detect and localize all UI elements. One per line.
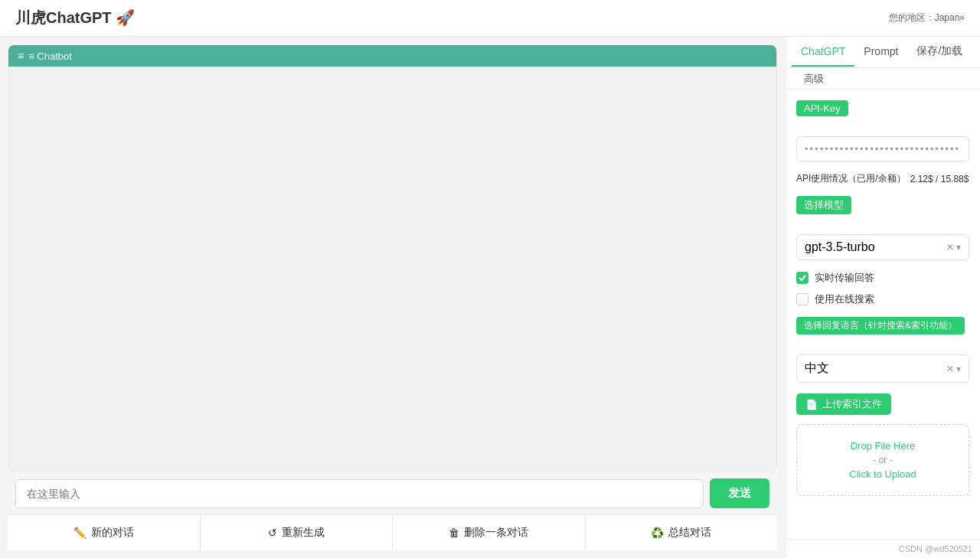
tabs-row: ChatGPT Prompt 保存/加载 [786,37,980,68]
checkbox-realtime-label: 实时传输回答 [815,271,874,285]
bottom-buttons: ✏️ 新的对话 ↺ 重新生成 🗑 删除一条对话 ♻️ 总结对话 [8,514,777,550]
model-value: gpt-3.5-turbo [805,240,875,254]
checkbox-online-search-box[interactable] [796,293,808,305]
tab-advanced[interactable]: 高级 [795,70,833,87]
api-usage-value: 2.12$ / 15.88$ [910,174,969,184]
chat-input[interactable] [15,479,704,508]
regenerate-button[interactable]: ↺ 重新生成 [201,515,394,550]
api-key-section: API-Key [796,100,969,172]
model-select[interactable]: gpt-3.5-turbo ✕ ▾ [796,234,969,260]
app-header: 川虎ChatGPT 🚀 您的地区：Japan» [0,0,980,37]
model-clear-icon[interactable]: ✕ ▾ [946,242,961,253]
input-area: 发送 [8,472,777,514]
right-footer: CSDN @wd520521 [786,539,980,558]
checkboxes-section: 实时传输回答 使用在线搜索 [796,271,969,306]
regenerate-icon: ↺ [268,527,277,539]
summarize-label: 总结对话 [668,526,711,540]
delete-icon: 🗑 [449,527,459,539]
api-usage-label: API使用情况（已用/余额） [796,172,906,185]
checkbox-online-search[interactable]: 使用在线搜索 [796,292,969,306]
chatbot-body [8,67,776,472]
language-label: 选择回复语言（针对搜索&索引功能） [796,317,965,334]
click-upload-text[interactable]: Click to Upload [812,468,953,480]
checkbox-online-search-label: 使用在线搜索 [815,292,874,306]
right-content: API-Key API使用情况（已用/余额） 2.12$ / 15.88$ 选择… [786,90,980,539]
language-clear-icon[interactable]: ✕ ▾ [946,364,961,374]
tab-chatgpt[interactable]: ChatGPT [792,38,854,67]
tab-save-load[interactable]: 保存/加载 [907,37,972,67]
or-text: - or - [812,455,953,465]
language-select[interactable]: 中文 ✕ ▾ [796,354,969,383]
left-panel: ≡ ≡ Chatbot 发送 ✏️ 新的对话 ↺ 重新生成 🗑 删除一条对话 [0,37,785,558]
main-container: ≡ ≡ Chatbot 发送 ✏️ 新的对话 ↺ 重新生成 🗑 删除一条对话 [0,37,980,558]
new-conversation-label: 新的对话 [91,526,134,540]
chatbot-label: ≡ Chatbot [28,51,72,62]
model-label: 选择模型 [796,196,851,214]
upload-section: 📄 上传索引文件 Drop File Here - or - Click to … [796,393,969,496]
tabs-row2: 高级 [786,68,980,90]
language-value: 中文 [805,361,829,377]
tab-prompt[interactable]: Prompt [854,38,907,67]
region-info: 您的地区：Japan» [889,11,965,24]
regenerate-label: 重新生成 [282,526,325,540]
upload-btn-label: 上传索引文件 [822,397,882,411]
drop-text: Drop File Here [812,440,953,452]
language-section: 选择回复语言（针对搜索&索引功能） 中文 ✕ ▾ [796,317,969,383]
upload-file-icon: 📄 [805,399,818,410]
delete-conversation-button[interactable]: 🗑 删除一条对话 [393,515,586,550]
app-logo: 川虎ChatGPT 🚀 [15,8,135,28]
summarize-icon: ♻️ [651,527,664,539]
right-panel: ChatGPT Prompt 保存/加载 高级 API-Key API使用情况（… [785,37,980,558]
chatbot-icon: ≡ [18,50,24,62]
checkbox-realtime[interactable]: 实时传输回答 [796,271,969,285]
send-button[interactable]: 发送 [710,478,769,508]
api-key-input[interactable] [796,136,969,162]
footer-text: CSDN @wd520521 [899,544,972,553]
chatbot-area: ≡ ≡ Chatbot [8,44,777,472]
summarize-button[interactable]: ♻️ 总结对话 [586,515,778,550]
new-conversation-icon: ✏️ [74,527,87,539]
checkbox-realtime-box[interactable] [796,272,808,284]
api-key-label: API-Key [796,100,848,116]
delete-label: 删除一条对话 [464,526,528,540]
model-section: 选择模型 gpt-3.5-turbo ✕ ▾ [796,196,969,260]
api-usage-section: API使用情况（已用/余额） 2.12$ / 15.88$ [796,172,969,185]
upload-index-button[interactable]: 📄 上传索引文件 [796,393,891,415]
chatbot-header: ≡ ≡ Chatbot [8,45,776,67]
drop-zone[interactable]: Drop File Here - or - Click to Upload [796,424,969,496]
new-conversation-button[interactable]: ✏️ 新的对话 [8,515,201,550]
